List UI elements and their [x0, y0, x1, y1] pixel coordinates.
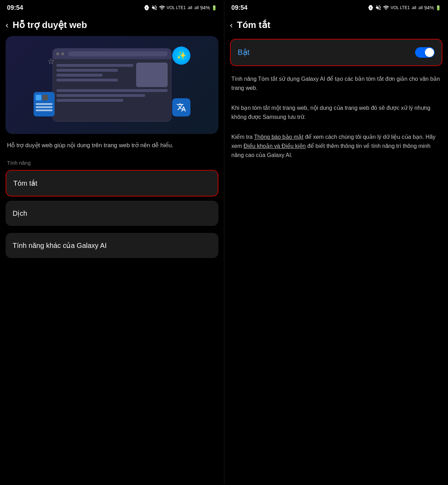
- alarm-icon: [144, 5, 150, 11]
- doc-line: [36, 106, 52, 108]
- info-paragraph-2: Khi bạn tóm tắt một trang web, nội dung …: [231, 104, 441, 121]
- browser-dot-2: [61, 52, 64, 55]
- time-right: 09:54: [231, 4, 247, 12]
- battery-left: 94%: [200, 5, 210, 10]
- content-line: [56, 79, 118, 81]
- right-panel: 09:54 VOL LTE1 .all .all 94% 🔋 ‹ Tóm tắt…: [224, 0, 448, 485]
- privacy-link[interactable]: Thông báo bảo mật: [254, 134, 303, 140]
- battery-icon: 🔋: [211, 5, 217, 10]
- document-icon: [34, 92, 55, 116]
- status-bar-left: 09:54 VOL LTE1 .all .all 94% 🔋: [0, 0, 224, 15]
- toggle-section[interactable]: Bật: [230, 39, 442, 66]
- doc-line: [36, 103, 52, 105]
- toggle-switch[interactable]: [415, 47, 435, 58]
- hero-illustration: ☆ ✨: [6, 36, 218, 134]
- page-title-left: Hỗ trợ duyệt web: [13, 20, 87, 30]
- mute-icon-right: [375, 5, 382, 11]
- battery-right: 94%: [424, 5, 434, 10]
- browser-body: [53, 59, 171, 121]
- info-paragraph-3: Kiểm tra Thông báo bảo mật để xem cách c…: [231, 133, 441, 159]
- doc-line: [36, 109, 52, 111]
- wifi-icon-right: [383, 5, 389, 11]
- info-paragraph-1: Tính năng Tóm tắt sử dụng Galaxy AI để t…: [231, 74, 441, 92]
- time-left: 09:54: [7, 4, 23, 12]
- galaxy-ai-label: Tính năng khác của Galaxy AI: [13, 242, 107, 249]
- browser-mockup: [52, 48, 172, 122]
- galaxy-ai-item[interactable]: Tính năng khác của Galaxy AI: [6, 233, 218, 258]
- alarm-icon-right: [368, 5, 374, 11]
- signal-text: VOL LTE1 .all .all: [167, 5, 199, 10]
- left-panel: 09:54 VOL LTE1 .all .all 94% 🔋 ‹ Hỗ trợ …: [0, 0, 224, 485]
- content-line: [56, 64, 133, 67]
- content-line: [56, 74, 103, 77]
- content-line: [56, 89, 168, 92]
- status-icons-right: VOL LTE1 .all .all 94% 🔋: [368, 5, 441, 11]
- signal-text-right: VOL LTE1 .all .all: [391, 5, 423, 10]
- header-left: ‹ Hỗ trợ duyệt web: [0, 15, 224, 36]
- sparkle-icon: ✨: [172, 47, 190, 65]
- section-label: Tính năng: [7, 160, 217, 166]
- image-placeholder: [136, 63, 168, 87]
- status-icons-left: VOL LTE1 .all .all 94% 🔋: [144, 5, 217, 11]
- star-icon: ☆: [48, 57, 55, 66]
- feature-label-tomtat: Tóm tắt: [13, 179, 37, 187]
- browser-url-bar: [68, 51, 168, 56]
- battery-icon-right: 🔋: [435, 5, 441, 10]
- hero-content: ☆ ✨: [6, 36, 218, 134]
- back-button-right[interactable]: ‹: [230, 20, 233, 30]
- status-bar-right: 09:54 VOL LTE1 .all .all 94% 🔋: [224, 0, 448, 15]
- content-line: [56, 69, 118, 72]
- feature-label-dich: Dịch: [13, 209, 27, 217]
- content-line: [56, 99, 123, 102]
- feature-item-tomtat[interactable]: Tóm tắt: [6, 170, 218, 197]
- browser-bar: [53, 49, 171, 59]
- browser-dot-1: [56, 52, 59, 55]
- toggle-knob: [425, 48, 434, 57]
- terms-link[interactable]: Điều khoản và Điều kiện: [244, 143, 306, 149]
- header-right: ‹ Tóm tắt: [224, 15, 448, 36]
- left-description: Hỗ trợ duyệt web giúp nội dung trên tran…: [7, 141, 217, 150]
- feature-item-dich[interactable]: Dịch: [6, 201, 218, 226]
- mute-icon: [151, 5, 158, 11]
- toggle-label: Bật: [238, 48, 250, 57]
- content-line: [56, 94, 145, 97]
- translate-icon: [172, 98, 190, 116]
- back-button-left[interactable]: ‹: [6, 20, 8, 30]
- wifi-icon: [159, 5, 165, 11]
- page-title-right: Tóm tắt: [237, 20, 270, 30]
